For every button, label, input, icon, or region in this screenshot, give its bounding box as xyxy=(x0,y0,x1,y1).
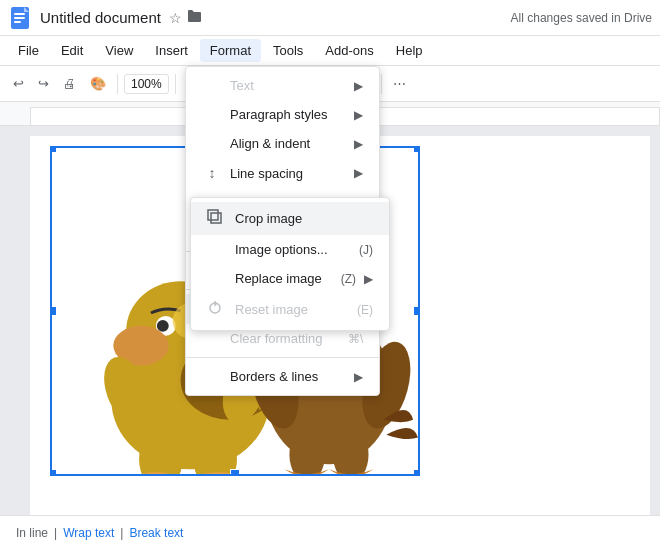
wrap-text-link[interactable]: Wrap text xyxy=(63,526,114,540)
format-menu-text[interactable]: Text ▶ xyxy=(186,71,379,100)
status-bar: In line | Wrap text | Break text xyxy=(0,515,660,549)
svg-rect-32 xyxy=(208,210,218,220)
handle-top-right[interactable] xyxy=(413,146,420,153)
borders-arrow-icon: ▶ xyxy=(354,370,363,384)
align-arrow-icon: ▶ xyxy=(354,137,363,151)
status-sep-2: | xyxy=(120,526,123,540)
menu-help[interactable]: Help xyxy=(386,39,433,62)
menu-addons[interactable]: Add-ons xyxy=(315,39,383,62)
svg-rect-3 xyxy=(14,21,21,23)
svg-point-8 xyxy=(157,320,169,332)
status-sep-1: | xyxy=(54,526,57,540)
line-spacing-icon: ↕ xyxy=(202,165,222,181)
format-menu-borders[interactable]: Borders & lines ▶ xyxy=(186,362,379,391)
handle-mid-left[interactable] xyxy=(50,306,57,316)
menu-insert[interactable]: Insert xyxy=(145,39,198,62)
menu-format[interactable]: Format xyxy=(200,39,261,62)
zoom-select[interactable]: 100% xyxy=(124,74,169,94)
redo-button[interactable]: ↪ xyxy=(33,73,54,94)
print-button[interactable]: 🖨 xyxy=(58,73,81,94)
toolbar-separator-2 xyxy=(175,74,176,94)
document-title: Untitled document xyxy=(40,9,161,26)
reset-image-shortcut: (E) xyxy=(357,303,373,317)
handle-bottom-right[interactable] xyxy=(413,469,420,476)
submenu-replace-image[interactable]: Replace image (Z) ▶ xyxy=(191,264,389,293)
more-button[interactable]: ⋯ xyxy=(388,73,411,94)
svg-rect-33 xyxy=(211,213,221,223)
para-styles-arrow-icon: ▶ xyxy=(354,108,363,122)
clear-shortcut: ⌘\ xyxy=(348,332,363,346)
break-text-link[interactable]: Break text xyxy=(129,526,183,540)
handle-bottom-mid[interactable] xyxy=(230,469,240,476)
menu-divider-3 xyxy=(186,357,379,358)
replace-image-shortcut: (Z) xyxy=(341,272,356,286)
menu-tools[interactable]: Tools xyxy=(263,39,313,62)
image-options-shortcut: (J) xyxy=(359,243,373,257)
menu-file[interactable]: File xyxy=(8,39,49,62)
handle-mid-right[interactable] xyxy=(413,306,420,316)
drive-status: All changes saved in Drive xyxy=(511,11,652,25)
paint-format-button[interactable]: 🎨 xyxy=(85,73,111,94)
inline-label: In line xyxy=(16,526,48,540)
menu-bar: File Edit View Insert Format Tools Add-o… xyxy=(0,36,660,66)
toolbar-separator-1 xyxy=(117,74,118,94)
undo-button[interactable]: ↩ xyxy=(8,73,29,94)
toolbar-separator-6 xyxy=(381,74,382,94)
image-submenu: Crop image Image options... (J) Replace … xyxy=(190,197,390,331)
menu-view[interactable]: View xyxy=(95,39,143,62)
star-icon[interactable]: ☆ xyxy=(169,10,182,26)
text-arrow-icon: ▶ xyxy=(354,79,363,93)
submenu-reset-image[interactable]: Reset image (E) xyxy=(191,293,389,326)
handle-bottom-left[interactable] xyxy=(50,469,57,476)
menu-edit[interactable]: Edit xyxy=(51,39,93,62)
reset-image-icon xyxy=(207,300,227,319)
google-docs-icon xyxy=(8,6,32,30)
submenu-crop-image[interactable]: Crop image xyxy=(191,202,389,235)
format-menu-line-spacing[interactable]: ↕ Line spacing ▶ xyxy=(186,158,379,188)
format-menu-para-styles[interactable]: Paragraph styles ▶ xyxy=(186,100,379,129)
svg-rect-1 xyxy=(14,13,25,15)
handle-top-left[interactable] xyxy=(50,146,57,153)
svg-rect-2 xyxy=(14,17,25,19)
title-bar: Untitled document ☆ All changes saved in… xyxy=(0,0,660,36)
crop-icon xyxy=(207,209,227,228)
submenu-image-options[interactable]: Image options... (J) xyxy=(191,235,389,264)
line-spacing-arrow-icon: ▶ xyxy=(354,166,363,180)
replace-image-arrow: ▶ xyxy=(364,272,373,286)
folder-icon[interactable] xyxy=(186,8,202,27)
format-menu-align[interactable]: Align & indent ▶ xyxy=(186,129,379,158)
